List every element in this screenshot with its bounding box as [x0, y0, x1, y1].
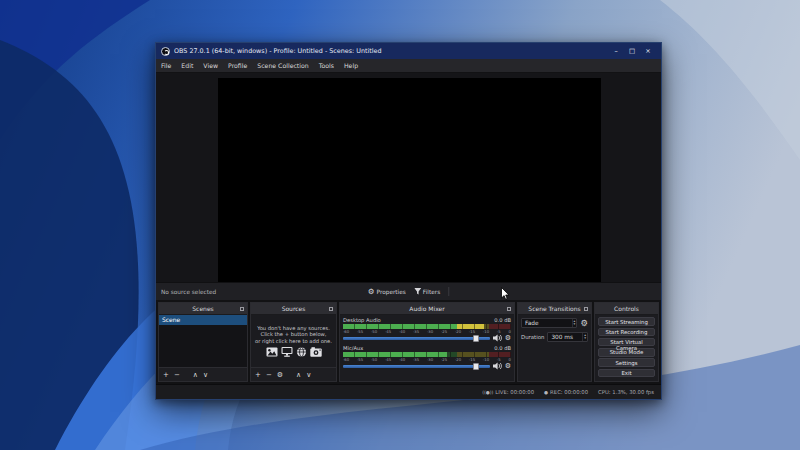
filter-icon — [414, 288, 421, 295]
dock-options-icon[interactable] — [584, 307, 588, 311]
browser-source-icon — [296, 347, 307, 357]
menu-item[interactable]: Scene Collection — [252, 59, 313, 72]
sources-empty-state[interactable]: You don't have any sources. Click the + … — [251, 315, 336, 367]
db-tick-label: -40 — [399, 357, 405, 362]
control-button[interactable]: Start Recording — [598, 328, 655, 337]
db-tick-label: -35 — [413, 329, 419, 334]
transitions-body: Fade ▴ ▾ ⚙ Duration 300 ms — [518, 315, 591, 381]
channel-settings-icon[interactable]: ⚙ — [505, 334, 511, 342]
dock-options-icon[interactable] — [329, 307, 333, 311]
controls-title: Controls — [614, 305, 639, 312]
source-properties-button[interactable]: ⚙ — [277, 371, 283, 379]
cpu-status: CPU: 1.3%, 30.00 fps — [598, 389, 654, 395]
controls-header[interactable]: Controls — [595, 303, 658, 315]
dock-options-icon[interactable] — [240, 307, 244, 311]
channel-db-value: 0.0 dB — [494, 345, 511, 351]
menu-item[interactable]: Tools — [314, 59, 339, 72]
menu-item[interactable]: Help — [339, 59, 363, 72]
remove-scene-button[interactable]: − — [174, 371, 180, 379]
menu-item[interactable]: Edit — [176, 59, 198, 72]
controls-panel: Controls Start Streaming Start Recording… — [594, 302, 659, 382]
close-button[interactable]: × — [640, 43, 656, 59]
audio-mixer-title: Audio Mixer — [409, 305, 444, 312]
properties-button[interactable]: ⚙ Properties — [368, 287, 406, 296]
speaker-icon[interactable] — [493, 334, 502, 342]
scene-list-item[interactable]: Scene — [159, 315, 247, 325]
maximize-button[interactable]: □ — [624, 43, 640, 59]
menu-item[interactable]: File — [156, 59, 176, 72]
display-source-icon — [281, 347, 293, 357]
window-title: OBS 27.0.1 (64-bit, windows) - Profile: … — [174, 47, 608, 55]
scenes-header[interactable]: Scenes — [159, 303, 247, 315]
preview-canvas[interactable] — [218, 78, 601, 291]
volume-slider[interactable] — [343, 337, 490, 340]
volume-slider-handle[interactable] — [473, 335, 479, 342]
dock-options-icon[interactable] — [507, 307, 511, 311]
menu-item[interactable]: Profile — [223, 59, 252, 72]
image-source-icon — [266, 347, 278, 357]
chevron-down-icon: ▾ — [574, 323, 576, 326]
live-status: ((●)) LIVE: 00:00:00 — [482, 389, 534, 395]
source-down-button[interactable]: ∨ — [306, 371, 311, 379]
preview-area[interactable] — [156, 73, 661, 282]
menu-item[interactable]: View — [198, 59, 223, 72]
spinbox-arrows[interactable]: ▴ ▾ — [582, 333, 587, 341]
scenes-panel: Scenes Scene + − ∧ ∨ — [158, 302, 248, 382]
db-tick-label: -30 — [427, 357, 433, 362]
rec-time: REC: 00:00:00 — [550, 389, 588, 395]
audio-mixer-body: Desktop Audio 0.0 dB -60-55-50-45-40-35-… — [340, 315, 514, 381]
volume-slider[interactable] — [343, 365, 490, 368]
sources-header[interactable]: Sources — [251, 303, 336, 315]
speaker-icon[interactable] — [493, 362, 502, 370]
volume-meter — [343, 352, 511, 357]
db-tick-label: -60 — [343, 357, 349, 362]
minimize-button[interactable]: – — [608, 43, 624, 59]
filters-button[interactable]: Filters — [414, 288, 440, 295]
properties-label: Properties — [377, 289, 406, 295]
source-toolbar-status: No source selected — [156, 289, 216, 295]
toolbar-divider — [448, 287, 449, 296]
db-tick-label: -25 — [441, 329, 447, 334]
control-button[interactable]: Exit — [598, 369, 655, 378]
transition-select[interactable]: Fade ▴ ▾ — [521, 318, 577, 328]
db-tick-label: -30 — [427, 329, 433, 334]
db-tick-label: -55 — [357, 329, 363, 334]
add-source-button[interactable]: + — [255, 371, 261, 379]
db-tick-label: -10 — [483, 329, 489, 334]
titlebar[interactable]: OBS 27.0.1 (64-bit, windows) - Profile: … — [156, 43, 661, 59]
scene-down-button[interactable]: ∨ — [203, 371, 208, 379]
volume-slider-handle[interactable] — [473, 363, 479, 370]
duration-spinbox[interactable]: 300 ms ▴ ▾ — [547, 332, 588, 342]
statusbar: ((●)) LIVE: 00:00:00 ● REC: 00:00:00 CPU… — [156, 384, 661, 399]
add-scene-button[interactable]: + — [163, 371, 169, 379]
control-button[interactable]: Start Virtual Camera — [598, 338, 655, 347]
db-tick-label: -60 — [343, 329, 349, 334]
control-button[interactable]: Studio Mode — [598, 348, 655, 357]
cpu-fps-text: CPU: 1.3%, 30.00 fps — [598, 389, 654, 395]
scene-transitions-panel: Scene Transitions Fade ▴ ▾ ⚙ — [517, 302, 592, 382]
channel-name: Desktop Audio — [343, 317, 381, 323]
control-button[interactable]: Start Streaming — [598, 317, 655, 326]
transitions-header[interactable]: Scene Transitions — [518, 303, 591, 315]
scene-up-button[interactable]: ∧ — [193, 371, 198, 379]
transition-settings-icon[interactable]: ⚙ — [580, 318, 588, 328]
channel-settings-icon[interactable]: ⚙ — [505, 362, 511, 370]
db-tick-label: -20 — [455, 357, 461, 362]
sources-toolbar: + − ⚙ ∧ ∨ — [251, 367, 336, 381]
live-time: LIVE: 00:00:00 — [495, 389, 534, 395]
camera-source-icon — [310, 347, 322, 357]
mixer-channel: Desktop Audio 0.0 dB -60-55-50-45-40-35-… — [343, 317, 511, 342]
audio-mixer-header[interactable]: Audio Mixer — [340, 303, 514, 315]
remove-source-button[interactable]: − — [266, 371, 272, 379]
db-tick-label: -55 — [357, 357, 363, 362]
duration-label: Duration — [521, 334, 544, 340]
channel-db-value: 0.0 dB — [494, 317, 511, 323]
db-tick-label: -45 — [385, 357, 391, 362]
combo-arrows[interactable]: ▴ ▾ — [572, 319, 577, 327]
db-tick-label: -15 — [469, 329, 475, 334]
control-button[interactable]: Settings — [598, 358, 655, 367]
source-up-button[interactable]: ∧ — [296, 371, 301, 379]
obs-window: OBS 27.0.1 (64-bit, windows) - Profile: … — [155, 42, 662, 400]
scene-list[interactable]: Scene — [159, 315, 247, 367]
mixer-channel: Mic/Aux 0.0 dB -60-55-50-45-40-35-30-25-… — [343, 345, 511, 370]
